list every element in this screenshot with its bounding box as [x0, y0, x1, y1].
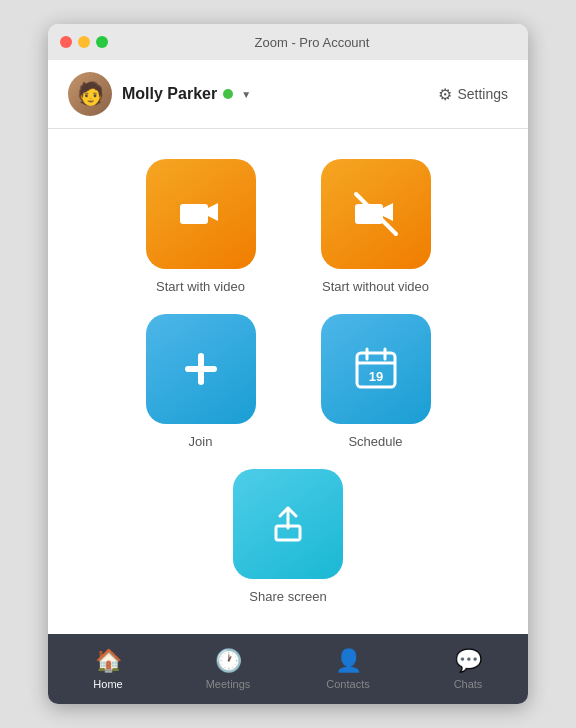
join-label: Join	[189, 434, 213, 449]
person-icon: 👤	[335, 648, 362, 674]
gear-icon: ⚙	[438, 85, 452, 104]
clock-icon: 🕐	[215, 648, 242, 674]
title-bar: Zoom - Pro Account	[48, 24, 528, 60]
start-without-video-button[interactable]	[321, 159, 431, 269]
schedule-item: 19 Schedule	[303, 314, 448, 449]
nav-contacts-label: Contacts	[326, 678, 369, 690]
user-info: 🧑 Molly Parker ▼	[68, 72, 251, 116]
join-button[interactable]	[146, 314, 256, 424]
join-item: Join	[128, 314, 273, 449]
share-screen-label: Share screen	[249, 589, 326, 604]
app-window: Zoom - Pro Account 🧑 Molly Parker ▼ ⚙ Se…	[48, 24, 528, 704]
header: 🧑 Molly Parker ▼ ⚙ Settings	[48, 60, 528, 129]
chat-icon: 💬	[455, 648, 482, 674]
avatar: 🧑	[68, 72, 112, 116]
start-with-video-label: Start with video	[156, 279, 245, 294]
traffic-lights	[60, 36, 108, 48]
share-screen-icon	[264, 500, 312, 548]
nav-item-meetings[interactable]: 🕐 Meetings	[168, 634, 288, 704]
schedule-label: Schedule	[348, 434, 402, 449]
nav-meetings-label: Meetings	[206, 678, 251, 690]
start-with-video-item: Start with video	[128, 159, 273, 294]
minimize-button[interactable]	[78, 36, 90, 48]
maximize-button[interactable]	[96, 36, 108, 48]
share-screen-item: Share screen	[233, 469, 343, 604]
nav-item-home[interactable]: 🏠 Home	[48, 634, 168, 704]
avatar-image: 🧑	[68, 72, 112, 116]
nav-chats-label: Chats	[454, 678, 483, 690]
settings-button[interactable]: ⚙ Settings	[438, 85, 508, 104]
nav-item-contacts[interactable]: 👤 Contacts	[288, 634, 408, 704]
start-with-video-button[interactable]	[146, 159, 256, 269]
video-camera-off-icon	[352, 190, 400, 238]
share-screen-button[interactable]	[233, 469, 343, 579]
chevron-down-icon[interactable]: ▼	[241, 89, 251, 100]
svg-text:19: 19	[368, 369, 382, 384]
calendar-icon: 19	[352, 345, 400, 393]
svg-rect-2	[185, 366, 217, 372]
window-title: Zoom - Pro Account	[108, 35, 516, 50]
nav-home-label: Home	[93, 678, 122, 690]
user-name-row: Molly Parker ▼	[122, 85, 251, 103]
settings-label: Settings	[457, 86, 508, 102]
schedule-button[interactable]: 19	[321, 314, 431, 424]
status-indicator	[223, 89, 233, 99]
plus-icon	[177, 345, 225, 393]
main-content: Start with video Start without video	[48, 129, 528, 634]
share-screen-row: Share screen	[128, 469, 448, 604]
start-without-video-item: Start without video	[303, 159, 448, 294]
home-icon: 🏠	[95, 648, 122, 674]
action-grid: Start with video Start without video	[128, 159, 448, 449]
start-without-video-label: Start without video	[322, 279, 429, 294]
bottom-nav: 🏠 Home 🕐 Meetings 👤 Contacts 💬 Chats	[48, 634, 528, 704]
user-name: Molly Parker	[122, 85, 217, 103]
video-camera-icon	[177, 190, 225, 238]
close-button[interactable]	[60, 36, 72, 48]
nav-item-chats[interactable]: 💬 Chats	[408, 634, 528, 704]
